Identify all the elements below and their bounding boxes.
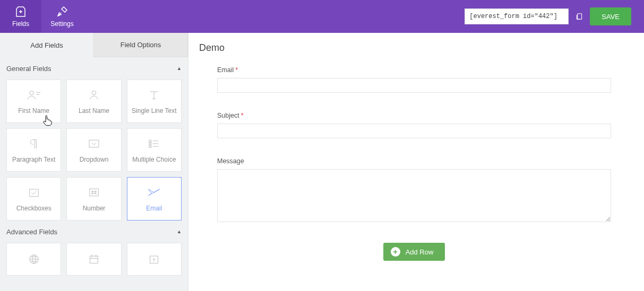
field-email[interactable]: Email [127,177,182,221]
field-first-name[interactable]: First Name [6,80,61,123]
number-icon [86,186,102,199]
clipboard-icon[interactable] [575,12,583,21]
form-title[interactable]: Demo [199,42,629,54]
field-label: Multiple Choice [132,156,176,163]
add-row-button[interactable]: + Add Row [383,243,445,261]
header-right: [everest_form id="442"] SAVE [465,0,644,33]
email-input[interactable] [217,78,611,93]
field-label: First Name [18,107,49,114]
svg-point-2 [92,91,96,95]
svg-rect-6 [149,146,151,148]
field-multiple-choice[interactable]: Multiple Choice [127,128,182,172]
paragraph-icon [26,137,42,151]
last-name-icon [86,88,102,102]
tab-field-options[interactable]: Field Options [93,33,188,57]
field-checkboxes[interactable]: Checkboxes [6,177,61,221]
settings-icon [56,5,68,18]
section-title: General Fields [6,65,51,73]
field-paragraph-text[interactable]: Paragraph Text [6,128,61,172]
message-textarea[interactable] [217,169,611,222]
field-label: Checkboxes [16,205,51,212]
plus-icon: + [391,247,400,257]
field-single-line-text[interactable]: Single Line Text [127,80,182,123]
save-button[interactable]: SAVE [590,7,631,25]
field-label: Email* [217,66,611,74]
field-label: Single Line Text [132,107,177,114]
field-upload[interactable] [127,243,182,276]
field-label: Subject* [217,112,611,119]
svg-point-1 [29,91,33,95]
field-date[interactable] [66,243,121,276]
field-label: Email [146,205,162,212]
collapse-icon: ▲ [177,66,182,71]
svg-rect-7 [29,189,38,197]
shortcode-display[interactable]: [everest_form id="442"] [465,8,569,24]
subject-input[interactable] [217,124,611,138]
collapse-icon: ▲ [177,229,182,234]
svg-rect-5 [149,143,151,145]
header-tab-label: Settings [50,20,73,28]
field-label: Number [83,205,106,212]
section-title: Advanced Fields [6,228,57,236]
section-header-advanced-fields[interactable]: Advanced Fields ▲ [6,221,182,243]
field-number[interactable]: Number [66,177,121,221]
section-header-general-fields[interactable]: General Fields ▲ [6,57,182,80]
globe-icon [26,252,42,266]
header-tab-settings[interactable]: Settings [41,0,83,33]
form-canvas: Demo Email* Subject* Message + Add Row [188,33,644,291]
top-header: Fields Settings [everest_form id="442"] … [0,0,644,33]
header-tab-fields[interactable]: Fields [0,0,41,33]
fields-icon [14,5,27,18]
form-field-subject[interactable]: Subject* [217,112,611,138]
sidebar: Add Fields Field Options General Fields … [0,33,188,291]
upload-icon [146,252,162,266]
calendar-icon [86,252,102,266]
tab-add-fields[interactable]: Add Fields [0,33,93,57]
field-label: Message [217,157,611,165]
field-last-name[interactable]: Last Name [66,80,121,123]
header-tab-label: Fields [12,20,29,28]
dropdown-icon [86,137,102,151]
text-icon [146,88,162,102]
checkboxes-icon [26,186,42,199]
form-field-email[interactable]: Email* [217,66,611,93]
field-label: Paragraph Text [12,156,55,163]
svg-rect-3 [89,140,99,147]
svg-rect-8 [90,189,99,196]
field-label: Last Name [79,107,109,114]
first-name-icon [26,88,42,102]
add-row-label: Add Row [406,248,434,256]
svg-rect-11 [90,256,98,263]
form-field-message[interactable]: Message [217,157,611,224]
svg-rect-0 [578,14,582,20]
field-label: Dropdown [80,156,109,163]
email-icon [146,186,162,199]
svg-rect-4 [149,140,151,142]
field-website[interactable] [6,243,61,276]
field-dropdown[interactable]: Dropdown [66,128,121,172]
multiple-choice-icon [146,137,162,151]
